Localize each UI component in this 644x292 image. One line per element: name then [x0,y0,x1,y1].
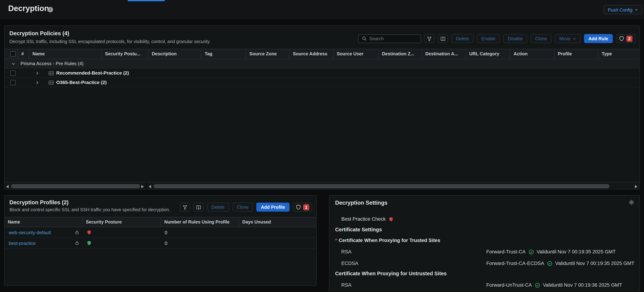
scroll-left-arrow[interactable] [5,184,10,188]
rules-using-profile-value: 0 [165,238,167,249]
policy-group-label: Prisma Access - Pre Rules (4) [20,61,84,66]
column-header-type[interactable]: Type [598,49,639,59]
lock-icon [75,241,79,245]
scrollbar-thumb[interactable] [11,184,140,188]
delete-button[interactable]: Delete [452,34,474,43]
column-header-security-posture[interactable]: Security Posture [82,217,161,227]
row-checkbox[interactable] [10,80,16,85]
policies-alert-count: 2 [626,35,632,42]
required-indicator: * [335,237,337,243]
policy-rule-name[interactable]: O365-Best-Practice (2) [56,78,107,87]
chevron-down-icon [572,37,576,40]
profiles-subtitle: Block and control specific SSL and SSH t… [10,207,170,212]
add-rule-button[interactable]: Add Rule [584,34,613,43]
column-header-description[interactable]: Description [148,49,201,59]
profile-name-link[interactable]: best-practice [8,238,36,249]
decryption-settings-panel: Decryption Settings Best Practice Check … [329,195,640,292]
profile-row[interactable]: web-security-default 0 [4,227,316,238]
trusted-sites-heading-label: Certificate When Proxying for Trusted Si… [339,237,440,243]
cert-name: Forward-UnTrust-CA [486,282,532,288]
column-header-source-zone[interactable]: Source Zone [246,49,290,59]
chevron-down-icon[interactable] [11,61,16,66]
profiles-alert-count: 1 [303,204,309,210]
column-header-source-address[interactable]: Source Address [290,49,334,59]
column-header-url-category[interactable]: URL Category [466,49,510,59]
best-practice-check-row: Best Practice Check [341,216,394,222]
column-header-security-posture[interactable]: Security Postu... [102,49,148,59]
scrollbar-thumb[interactable] [154,184,610,188]
rule-group-icon [48,70,54,76]
column-header-days-unused[interactable]: Days Unused [239,217,316,227]
disable-button[interactable]: Disable [503,34,527,43]
rule-group-icon [48,80,54,85]
header-checkbox-cell [4,49,18,59]
policies-toolbar: Delete Enable Disable Clone Move Add Rul… [358,34,636,43]
chevron-down-icon [634,8,638,11]
profiles-alert-button[interactable]: 1 [293,203,312,212]
delete-button[interactable]: Delete [207,203,229,212]
info-icon[interactable]: i [48,7,53,12]
best-practice-red-shield-icon[interactable] [388,216,394,222]
column-header-name[interactable]: Name [4,217,82,227]
push-config-label: Push Config [608,7,632,12]
filter-button[interactable] [424,34,435,43]
clone-button[interactable]: Clone [232,203,253,212]
row-checkbox[interactable] [10,70,16,76]
profiles-toolbar: Delete Clone Add Profile 1 [180,203,312,212]
push-config-button[interactable]: Push Config [604,5,642,14]
chevron-right-icon[interactable] [35,71,40,75]
horizontal-scrollbar-row [4,182,639,189]
column-header-source-user[interactable]: Source User [334,49,378,59]
policies-subtitle: Decrypt SSL traffic, including SSL encap… [10,39,210,44]
profile-name-link[interactable]: web-security-default [8,227,51,238]
cert-validity: Validuntil Nov 7 00:19:35 2025 GMT [555,261,634,266]
security-posture-green-shield-icon [86,240,92,246]
scroll-right-arrow[interactable] [140,184,144,188]
scroll-left-arrow[interactable] [148,184,152,188]
policy-row[interactable]: Recommended-Best-Practice (2) [4,68,639,78]
policy-group-row[interactable]: Prisma Access - Pre Rules (4) [4,59,639,68]
decryption-policies-panel: Decryption Policies (4) Decrypt SSL traf… [4,25,640,189]
trusted-rsa-row: RSA Forward-Trust-CA Validuntil Nov 7 00… [329,248,639,255]
gear-icon[interactable] [628,199,634,205]
columns-button[interactable] [438,34,448,43]
chevron-right-icon[interactable] [35,80,40,85]
filter-button[interactable] [180,203,190,212]
cert-validity: Validuntil Nov 7 00:19:36 2025 GMT [543,282,622,288]
cert-algo-label: ECDSA [341,260,358,267]
column-header-destination-zone[interactable]: Destination Z... [379,49,422,59]
rules-using-profile-value: 0 [165,227,167,238]
policy-row[interactable]: O365-Best-Practice (2) [4,78,639,87]
policies-search-input[interactable] [370,36,418,41]
check-circle-icon [535,282,540,288]
column-header-rules-using-profile[interactable]: Number of Rules Using Profile [161,217,239,227]
policy-rule-name[interactable]: Recommended-Best-Practice (2) [56,68,129,78]
cert-algo-label: RSA [341,248,352,255]
select-all-checkbox[interactable] [10,51,16,57]
move-label: Move [559,36,570,41]
app-viewport: Decryption i Push Config Decryption Poli… [0,0,644,292]
column-header-destination-address[interactable]: Destination A... [422,49,466,59]
check-circle-icon [547,261,552,266]
filter-icon [427,36,432,41]
profile-row[interactable]: best-practice 0 [4,238,316,249]
columns-button[interactable] [193,203,204,212]
security-posture-red-shield-icon [86,230,92,235]
column-header-profile[interactable]: Profile [554,49,598,59]
active-tab-indicator [128,0,165,1]
column-header-action[interactable]: Action [510,49,554,59]
column-header-number[interactable]: # [18,49,29,59]
clone-button[interactable]: Clone [531,34,552,43]
column-header-name[interactable]: Name [29,49,102,59]
scroll-right-arrow[interactable] [634,184,638,188]
add-profile-button[interactable]: Add Profile [256,203,290,212]
enable-button[interactable]: Enable [477,34,500,43]
policies-title: Decryption Policies (4) [10,30,69,37]
h-scrollbar-left[interactable] [4,183,147,189]
policies-search[interactable] [358,34,421,43]
h-scrollbar-right[interactable] [147,183,639,189]
column-header-tag[interactable]: Tag [201,49,246,59]
top-bar: Decryption i Push Config [0,0,644,19]
policies-alert-button[interactable]: 2 [616,34,635,43]
move-button[interactable]: Move [555,34,580,43]
